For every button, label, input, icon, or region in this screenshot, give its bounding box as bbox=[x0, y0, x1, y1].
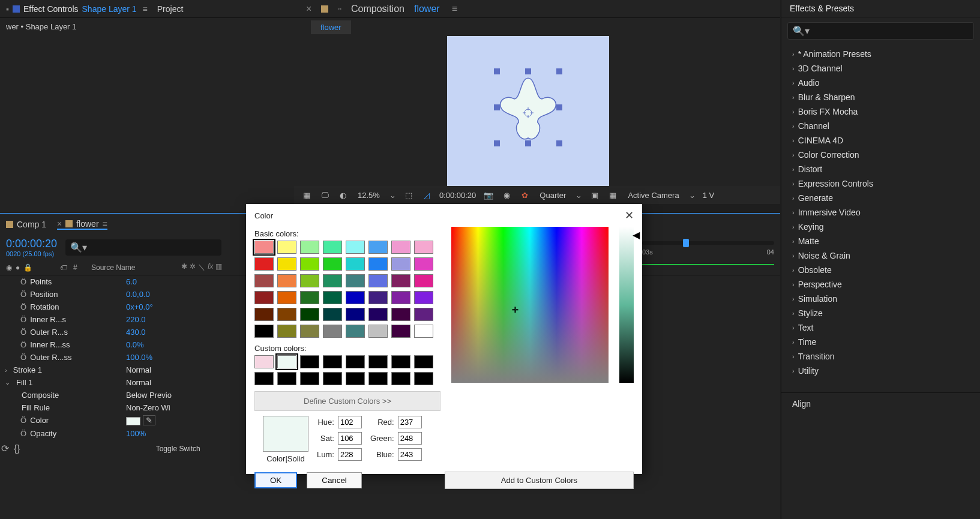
effects-category-item[interactable]: ›Audio bbox=[781, 76, 980, 90]
color-mgmt-icon[interactable]: ✿ bbox=[519, 190, 530, 200]
align-panel-title[interactable]: Align bbox=[781, 392, 980, 415]
effects-category-item[interactable]: ›CINEMA 4D bbox=[781, 133, 980, 148]
selection-handle[interactable] bbox=[556, 104, 562, 110]
basic-color-swatch[interactable] bbox=[323, 257, 342, 271]
basic-color-swatch[interactable] bbox=[277, 325, 296, 338]
prop-value[interactable]: 220.0 bbox=[126, 315, 234, 324]
timeline-tab-comp1[interactable]: Comp 1 bbox=[6, 220, 46, 229]
basic-color-swatch[interactable] bbox=[368, 241, 388, 254]
basic-color-swatch[interactable] bbox=[346, 308, 365, 321]
basic-color-swatch[interactable] bbox=[277, 308, 296, 321]
basic-color-swatch[interactable] bbox=[323, 291, 342, 304]
composition-viewer[interactable] bbox=[447, 36, 609, 189]
prop-value[interactable]: Below Previo bbox=[126, 391, 234, 400]
effects-category-item[interactable]: ›Expression Controls bbox=[781, 176, 980, 191]
custom-color-swatch[interactable] bbox=[368, 355, 388, 368]
basic-color-swatch[interactable] bbox=[323, 308, 342, 321]
stopwatch-icon[interactable]: Ö bbox=[20, 290, 26, 299]
toggle-switches[interactable]: Toggle Switch bbox=[25, 442, 206, 455]
basic-color-swatch[interactable] bbox=[346, 325, 365, 338]
basic-color-swatch[interactable] bbox=[391, 241, 410, 254]
basic-color-swatch[interactable] bbox=[323, 274, 342, 287]
effects-category-item[interactable]: ›Distort bbox=[781, 162, 980, 176]
basic-color-swatch[interactable] bbox=[346, 257, 365, 271]
eye-column-icon[interactable]: ◉ bbox=[6, 263, 12, 272]
flower-shape[interactable] bbox=[489, 74, 567, 152]
lum-input[interactable] bbox=[338, 448, 362, 461]
prop-value[interactable]: Non-Zero Wi bbox=[126, 403, 234, 412]
cancel-button[interactable]: Cancel bbox=[307, 472, 362, 488]
camera-select[interactable]: Active Camera bbox=[625, 190, 681, 201]
snapshot-icon[interactable]: 📷 bbox=[483, 190, 494, 200]
basic-color-swatch[interactable] bbox=[254, 325, 274, 338]
basic-color-swatch[interactable] bbox=[368, 257, 388, 271]
basic-color-swatch[interactable] bbox=[277, 257, 296, 271]
custom-color-swatch[interactable] bbox=[277, 372, 296, 385]
tab-project[interactable]: Project bbox=[157, 4, 184, 14]
stopwatch-icon[interactable]: Ö bbox=[20, 416, 26, 425]
stopwatch-icon[interactable]: Ö bbox=[20, 353, 26, 362]
basic-color-swatch[interactable] bbox=[300, 257, 319, 271]
comp-tab-link[interactable]: flower bbox=[414, 4, 440, 14]
view-count[interactable]: 1 V bbox=[703, 191, 715, 200]
basic-color-swatch[interactable] bbox=[300, 274, 319, 287]
basic-color-swatch[interactable] bbox=[346, 291, 365, 304]
basic-color-swatch[interactable] bbox=[414, 274, 433, 287]
basic-color-swatch[interactable] bbox=[368, 308, 388, 321]
tab-layer-link[interactable]: Shape Layer 1 bbox=[82, 4, 137, 14]
selection-handle[interactable] bbox=[525, 68, 531, 74]
custom-color-swatch[interactable] bbox=[277, 355, 296, 368]
color-crosshair[interactable]: ✛ bbox=[512, 305, 520, 314]
stopwatch-icon[interactable]: Ö bbox=[20, 277, 26, 286]
selection-handle[interactable] bbox=[556, 140, 562, 146]
stopwatch-icon[interactable]: Ö bbox=[20, 315, 26, 324]
basic-color-swatch[interactable] bbox=[391, 274, 410, 287]
custom-color-swatch[interactable] bbox=[254, 372, 274, 385]
effects-category-item[interactable]: ›Perspective bbox=[781, 277, 980, 292]
basic-color-swatch[interactable] bbox=[391, 257, 410, 271]
luminance-slider[interactable]: ◀ bbox=[619, 227, 634, 383]
basic-color-swatch[interactable] bbox=[300, 325, 319, 338]
basic-color-swatch[interactable] bbox=[300, 308, 319, 321]
stopwatch-icon[interactable]: Ö bbox=[20, 429, 26, 438]
basic-color-swatch[interactable] bbox=[277, 241, 296, 254]
effects-category-item[interactable]: ›Obsolete bbox=[781, 263, 980, 277]
effects-category-item[interactable]: ›Blur & Sharpen bbox=[781, 90, 980, 104]
basic-color-swatch[interactable] bbox=[346, 241, 365, 254]
3d-view-icon[interactable]: ▦ bbox=[607, 190, 618, 200]
quality-icon[interactable]: ＼ bbox=[198, 262, 205, 272]
chevron-down-icon[interactable]: ⌄ bbox=[576, 191, 582, 200]
hue-sat-field[interactable]: ✛ bbox=[451, 227, 609, 383]
selection-handle[interactable] bbox=[494, 140, 500, 146]
prop-value[interactable]: 430.0 bbox=[126, 328, 234, 337]
prop-value[interactable]: 0x+0.0° bbox=[126, 302, 234, 311]
effects-category-item[interactable]: ›Matte bbox=[781, 234, 980, 248]
audio-column-icon[interactable]: ● bbox=[16, 263, 20, 272]
basic-color-swatch[interactable] bbox=[414, 257, 433, 271]
effects-category-item[interactable]: ›* Animation Presets bbox=[781, 47, 980, 61]
chevron-down-icon[interactable]: ⌄ bbox=[689, 191, 696, 200]
custom-color-swatch[interactable] bbox=[414, 355, 433, 368]
ok-button[interactable]: OK bbox=[254, 472, 297, 488]
basic-color-swatch[interactable] bbox=[368, 291, 388, 304]
add-to-custom-button[interactable]: Add to Custom Colors bbox=[445, 472, 634, 489]
custom-color-swatch[interactable] bbox=[414, 372, 433, 385]
basic-color-swatch[interactable] bbox=[277, 274, 296, 287]
label-column-icon[interactable]: 🏷 bbox=[60, 263, 67, 272]
lock-column-icon[interactable]: 🔒 bbox=[23, 263, 32, 272]
custom-color-swatch[interactable] bbox=[300, 372, 319, 385]
effects-category-item[interactable]: ›3D Channel bbox=[781, 61, 980, 76]
effects-category-item[interactable]: ›Time bbox=[781, 335, 980, 349]
effects-category-item[interactable]: ›Immersive Video bbox=[781, 205, 980, 220]
transparency-icon[interactable]: ◿ bbox=[421, 190, 432, 200]
effects-category-item[interactable]: ›Keying bbox=[781, 220, 980, 234]
custom-color-swatch[interactable] bbox=[254, 355, 274, 368]
hue-input[interactable] bbox=[338, 416, 362, 428]
green-input[interactable] bbox=[398, 432, 422, 445]
effects-category-item[interactable]: ›Color Correction bbox=[781, 148, 980, 162]
shy-icon[interactable]: ✱ bbox=[181, 262, 187, 272]
stopwatch-icon[interactable]: Ö bbox=[20, 340, 26, 349]
basic-color-swatch[interactable] bbox=[254, 241, 274, 254]
grid-icon[interactable]: ▦ bbox=[301, 190, 312, 200]
effects-category-item[interactable]: ›Simulation bbox=[781, 292, 980, 306]
